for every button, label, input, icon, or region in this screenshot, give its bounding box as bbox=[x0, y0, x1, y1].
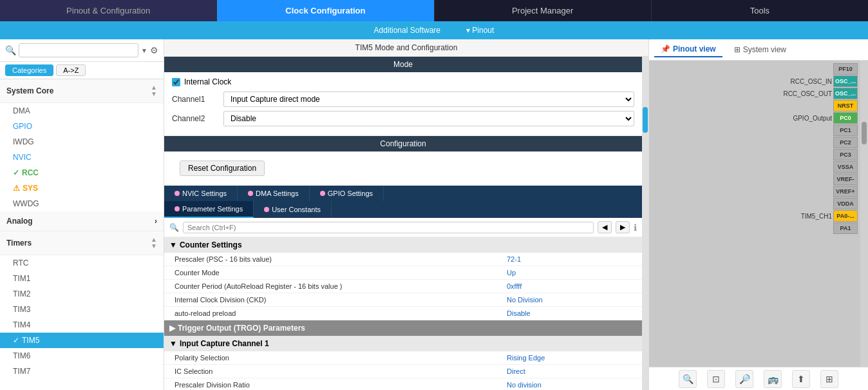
counter-settings-group[interactable]: ▼ Counter Settings bbox=[164, 237, 642, 253]
sidebar-item-tim2[interactable]: TIM2 bbox=[0, 286, 164, 302]
sidebar-item-rtc[interactable]: RTC bbox=[0, 255, 164, 271]
table-row: Prescaler (PSC - 16 bits value) 72-1 bbox=[164, 253, 642, 266]
fit-screen-button[interactable]: ⊡ bbox=[707, 370, 725, 388]
grid-button[interactable]: ⊞ bbox=[820, 370, 838, 388]
pin-box-pc0: PC0 bbox=[833, 112, 858, 124]
internal-clock-row: Internal Clock bbox=[172, 77, 634, 86]
table-row: Counter Period (AutoReload Register - 16… bbox=[164, 280, 642, 293]
tab-nvic-settings[interactable]: NVIC Settings bbox=[164, 186, 238, 201]
nav-prev-button[interactable]: ◀ bbox=[598, 221, 612, 233]
right-panel: 📌 Pinout view ⊞ System view PF10 RCC_O bbox=[649, 39, 868, 390]
param-search-input[interactable] bbox=[183, 222, 594, 233]
tab-user-constants[interactable]: User Constants bbox=[254, 201, 332, 218]
user-dot bbox=[264, 207, 269, 212]
bus-button[interactable]: 🚌 bbox=[764, 370, 782, 388]
nav-tools[interactable]: Tools bbox=[652, 0, 868, 21]
scroll-down-icon[interactable]: ▼ bbox=[151, 91, 157, 97]
right-panel-tabs: 📌 Pinout view ⊞ System view bbox=[649, 39, 868, 61]
tab-dma-settings[interactable]: DMA Settings bbox=[238, 186, 310, 201]
dropdown-icon[interactable]: ▼ bbox=[141, 47, 147, 54]
sidebar-item-nvic[interactable]: NVIC bbox=[0, 150, 164, 165]
dma-dot bbox=[248, 191, 253, 196]
sidebar-item-dma[interactable]: DMA bbox=[0, 103, 164, 119]
sidebar-item-wwdg[interactable]: WWDG bbox=[0, 196, 164, 211]
config-section-content: Reset Configuration NVIC Settings DMA Se… bbox=[164, 151, 642, 390]
tab-az[interactable]: A->Z bbox=[56, 64, 86, 76]
config-section-header: Configuration bbox=[164, 136, 642, 151]
channel2-label: Channel2 bbox=[172, 114, 223, 123]
sidebar-item-gpio[interactable]: GPIO bbox=[0, 119, 164, 134]
center-scrollbar-thumb bbox=[643, 107, 648, 133]
list-item: TIM5_CH1 PA0-... bbox=[783, 210, 858, 222]
analog-header[interactable]: Analog › bbox=[0, 211, 164, 231]
reset-config-button[interactable]: Reset Configuration bbox=[180, 161, 265, 176]
channel2-select[interactable]: Disable bbox=[223, 111, 634, 126]
nav-additional-software[interactable]: Additional Software bbox=[374, 26, 440, 35]
upload-button[interactable]: ⬆ bbox=[792, 370, 810, 388]
zoom-out-button[interactable]: 🔎 bbox=[735, 370, 753, 388]
nav-next-button[interactable]: ▶ bbox=[616, 221, 630, 233]
list-item: PC1 bbox=[783, 124, 858, 136]
gpio-dot bbox=[320, 191, 325, 196]
param-dot bbox=[175, 206, 180, 211]
gear-icon[interactable]: ⚙ bbox=[150, 45, 158, 55]
search-input[interactable] bbox=[19, 43, 138, 57]
center-scrollbar[interactable] bbox=[642, 57, 648, 390]
sidebar-item-sys[interactable]: ⚠SYS bbox=[0, 180, 164, 196]
sidebar-item-tim7[interactable]: TIM7 bbox=[0, 364, 164, 379]
zoom-in-button[interactable]: 🔍 bbox=[679, 370, 697, 388]
right-scrollbar[interactable] bbox=[860, 61, 868, 367]
param-table: ▼ Counter Settings Prescaler (PSC - 16 b… bbox=[164, 237, 642, 390]
nvic-dot bbox=[175, 191, 180, 196]
list-item: PA1 bbox=[783, 222, 858, 234]
tab-parameter-settings[interactable]: Parameter Settings bbox=[164, 201, 254, 218]
tab-categories[interactable]: Categories bbox=[5, 64, 53, 76]
second-navigation: Additional Software ▾ Pinout bbox=[0, 21, 868, 39]
system-core-items: DMA GPIO IWDG NVIC ✓RCC ⚠SYS WWDG bbox=[0, 103, 164, 211]
timers-header[interactable]: Timers ▲ ▼ bbox=[0, 231, 164, 255]
sidebar-item-tim6[interactable]: TIM6 bbox=[0, 348, 164, 364]
pin-box-vssa: VSSA bbox=[833, 161, 858, 173]
sidebar-item-rcc[interactable]: ✓RCC bbox=[0, 165, 164, 180]
list-item: PF10 bbox=[783, 63, 858, 75]
list-item: PC3 bbox=[783, 149, 858, 161]
pin-box-pa0: PA0-... bbox=[833, 210, 858, 222]
sidebar-item-tim1[interactable]: TIM1 bbox=[0, 271, 164, 286]
list-item: VREF+ bbox=[783, 186, 858, 197]
pin-box-vdda: VDDA bbox=[833, 198, 858, 210]
timers-scroll-down-icon[interactable]: ▼ bbox=[151, 243, 157, 249]
pin-box-osc-in: OSC_... bbox=[833, 75, 858, 87]
sidebar-item-tim5[interactable]: ✓TIM5 bbox=[0, 333, 164, 348]
chevron-right-icon: › bbox=[155, 217, 157, 226]
internal-clock-checkbox[interactable] bbox=[172, 78, 180, 86]
top-navigation: Pinout & Configuration Clock Configurati… bbox=[0, 0, 868, 21]
section-system-core: System Core ▲ ▼ DMA GPIO IWDG NVIC ✓RCC … bbox=[0, 79, 164, 211]
table-row: Counter Mode Up bbox=[164, 266, 642, 280]
sidebar-item-iwdg[interactable]: IWDG bbox=[0, 134, 164, 150]
info-icon: ℹ bbox=[634, 222, 637, 233]
nav-pinout[interactable]: ▾ Pinout bbox=[466, 26, 494, 35]
pin-box-pf10: PF10 bbox=[833, 63, 858, 75]
system-core-header[interactable]: System Core ▲ ▼ bbox=[0, 79, 164, 103]
tab-system-view[interactable]: ⊞ System view bbox=[728, 42, 793, 57]
tab-gpio-settings[interactable]: GPIO Settings bbox=[310, 186, 384, 201]
channel1-row: Channel1 Input Capture direct mode bbox=[172, 92, 634, 107]
mode-section-header: Mode bbox=[164, 57, 642, 72]
table-row: Prescaler Division Ratio No division bbox=[164, 378, 642, 390]
channel1-select[interactable]: Input Capture direct mode bbox=[223, 92, 634, 107]
tab-pinout-view[interactable]: 📌 Pinout view bbox=[654, 42, 722, 57]
pinout-icon: 📌 bbox=[661, 44, 670, 54]
sidebar-item-tim4[interactable]: TIM4 bbox=[0, 317, 164, 333]
nav-pinout-config[interactable]: Pinout & Configuration bbox=[0, 0, 217, 21]
param-search-row: 🔍 ◀ ▶ ℹ bbox=[164, 218, 642, 237]
trgo-group[interactable]: ▶ Trigger Output (TRGO) Parameters bbox=[164, 320, 642, 336]
input-capture-group[interactable]: ▼ Input Capture Channel 1 bbox=[164, 336, 642, 351]
pin-box-nrst: NRST ► bbox=[833, 100, 858, 112]
sidebar-item-tim3[interactable]: TIM3 bbox=[0, 302, 164, 317]
list-item: RCC_OSC_OUT OSC_... bbox=[783, 88, 858, 99]
system-icon: ⊞ bbox=[734, 45, 741, 54]
nav-project-manager[interactable]: Project Manager bbox=[435, 0, 652, 21]
center-panel-title: TIM5 Mode and Configuration bbox=[164, 39, 648, 57]
sidebar: 🔍 ▼ ⚙ Categories A->Z System Core bbox=[0, 39, 164, 390]
nav-clock-config[interactable]: Clock Configuration bbox=[217, 0, 434, 21]
